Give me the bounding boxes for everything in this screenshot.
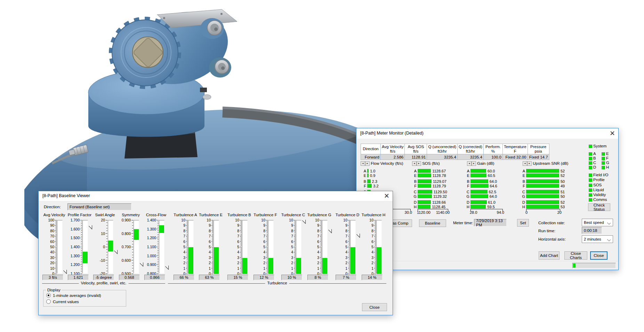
gauge-tick-label: 9 bbox=[357, 223, 373, 227]
gauge-minor-tick bbox=[267, 226, 268, 227]
gauge-minor-tick bbox=[158, 245, 159, 245]
gauge-minor-tick bbox=[81, 268, 82, 268]
gauge-track bbox=[214, 220, 219, 274]
gauge-minor-tick bbox=[267, 264, 268, 264]
gauge-minor-tick bbox=[349, 250, 350, 250]
path-bar bbox=[526, 190, 559, 194]
chart-bar-row: B1129.07 bbox=[412, 179, 466, 184]
gauge-tick-label: 9 bbox=[194, 223, 211, 227]
path-bar bbox=[526, 179, 559, 183]
gauge-minor-tick bbox=[267, 258, 268, 259]
gauge-tick-label: 0.600 bbox=[114, 258, 131, 262]
gauge-minor-tick bbox=[321, 272, 322, 273]
gauge-minor-tick bbox=[375, 229, 376, 230]
gauge-minor-tick bbox=[321, 224, 322, 225]
gauge-minor-tick bbox=[321, 222, 322, 222]
radio-icon[interactable] bbox=[46, 299, 51, 304]
baseline-button[interactable]: Baseline bbox=[419, 219, 446, 227]
gauge-major-tick bbox=[211, 230, 213, 231]
gauge-tick-label: 10 bbox=[276, 218, 293, 222]
status-label-path-e: E bbox=[606, 152, 609, 156]
path-letter: F bbox=[521, 184, 525, 188]
gauge-minor-tick bbox=[187, 262, 188, 262]
set-button[interactable]: Set bbox=[517, 219, 529, 227]
gauge-tick-label: 1.400 bbox=[139, 218, 156, 222]
display-option[interactable]: 1-minute averages (invalid) bbox=[46, 293, 101, 298]
gauge-tick-label: 30 bbox=[38, 256, 54, 260]
gauge-tick-label: 2 bbox=[357, 261, 373, 265]
gauge-minor-tick bbox=[241, 245, 242, 246]
path-bar bbox=[526, 194, 559, 198]
gauge-minor-tick bbox=[132, 228, 133, 228]
gauge-minor-tick bbox=[295, 269, 296, 269]
gauge-minor-tick bbox=[267, 261, 268, 261]
chart-bar-row: A60.0 bbox=[467, 169, 522, 173]
gauge-major-tick bbox=[131, 220, 133, 220]
gauge-minor-tick bbox=[321, 223, 322, 224]
chart-axis bbox=[526, 209, 560, 211]
chevron-down-icon bbox=[607, 238, 611, 241]
table-cell: 100.0 bbox=[483, 154, 502, 160]
close-charts-button[interactable]: Close Charts bbox=[564, 251, 587, 260]
meter-monitor-titlebar[interactable]: [8-Path] Meter Monitor (Detailed) ✕ bbox=[356, 128, 618, 139]
gauge-minor-tick bbox=[375, 243, 376, 244]
gauge-minor-tick bbox=[187, 256, 188, 257]
spin-left-button[interactable]: ◄ bbox=[361, 161, 365, 166]
gauge-tick-label: 4 bbox=[223, 250, 239, 254]
gauge-minor-tick bbox=[56, 258, 57, 259]
gauge-minor-tick bbox=[158, 243, 159, 243]
gauge-major-tick bbox=[294, 257, 296, 258]
gauge-minor-tick bbox=[321, 221, 322, 221]
add-chart-button[interactable]: Add Chart bbox=[539, 251, 560, 260]
gauge-minor-tick bbox=[349, 265, 350, 265]
gauge-value-box: 66 % bbox=[174, 275, 194, 280]
display-option[interactable]: Current values bbox=[46, 299, 79, 304]
gauge-minor-tick bbox=[267, 233, 268, 233]
gauge-minor-tick bbox=[241, 265, 242, 265]
chart-title-text: SOS (ft/s) bbox=[421, 161, 440, 165]
horizontal-axis-select[interactable]: 2 minutes bbox=[582, 235, 613, 243]
monitor-close-button[interactable]: Close bbox=[590, 251, 607, 260]
spin-right-button[interactable]: ► bbox=[472, 161, 476, 166]
gauge-tick-label: 3 bbox=[249, 256, 265, 260]
gauge-minor-tick bbox=[295, 261, 296, 261]
path-letter: A bbox=[465, 169, 469, 173]
check-status-button[interactable]: Check Status bbox=[588, 203, 610, 211]
spin-left-button[interactable]: ◄ bbox=[467, 161, 472, 166]
gauge-minor-tick bbox=[132, 252, 133, 252]
collection-rate-select[interactable]: Best speed bbox=[582, 219, 613, 226]
gauge-major-tick bbox=[320, 263, 322, 263]
gauge-minor-tick bbox=[132, 249, 133, 250]
table-cell: Forward bbox=[361, 154, 381, 160]
spin-right-button[interactable]: ► bbox=[417, 161, 421, 166]
gauge-minor-tick bbox=[56, 237, 57, 237]
spin-left-button[interactable]: ◄ bbox=[523, 161, 527, 166]
spin-right-button[interactable]: ► bbox=[365, 161, 370, 166]
spin-left-button[interactable]: ◄ bbox=[412, 161, 417, 166]
gauge-minor-tick bbox=[295, 245, 296, 246]
gauge-minor-tick bbox=[187, 269, 188, 269]
path-letter: B bbox=[362, 179, 366, 184]
gauge-minor-tick bbox=[212, 250, 213, 250]
gauge-minor-tick bbox=[241, 221, 242, 221]
gauge-minor-tick bbox=[56, 269, 57, 269]
gauge-major-tick bbox=[211, 220, 213, 220]
spin-right-button[interactable]: ► bbox=[527, 161, 532, 166]
gauge-minor-tick bbox=[295, 250, 296, 250]
gauge-major-tick bbox=[348, 230, 350, 231]
path-bar bbox=[367, 173, 369, 177]
status-light-liquid bbox=[589, 188, 593, 192]
gauge-tick-label: 1 bbox=[303, 266, 319, 270]
chart-panel: ◄► Gain (dB)A60.0E60.5B64.0F64.6C62.5G64… bbox=[467, 161, 522, 203]
gauge-minor-tick bbox=[349, 272, 350, 273]
gauge-major-tick bbox=[294, 263, 296, 263]
gauge-major-tick bbox=[348, 257, 350, 258]
gauge-major-tick bbox=[131, 260, 133, 260]
viewer-close-button[interactable]: Close bbox=[362, 303, 387, 311]
meter-time-field[interactable]: 7/29/2019 3:13 PM bbox=[474, 219, 507, 226]
gauge-major-tick bbox=[320, 274, 322, 274]
path-letter: E bbox=[412, 173, 417, 178]
path-letter: A bbox=[521, 169, 525, 173]
radio-icon[interactable] bbox=[46, 293, 51, 298]
table-header-row: DirectionAvg Velocityft/sAvg SOSft/sQ (u… bbox=[361, 144, 549, 154]
